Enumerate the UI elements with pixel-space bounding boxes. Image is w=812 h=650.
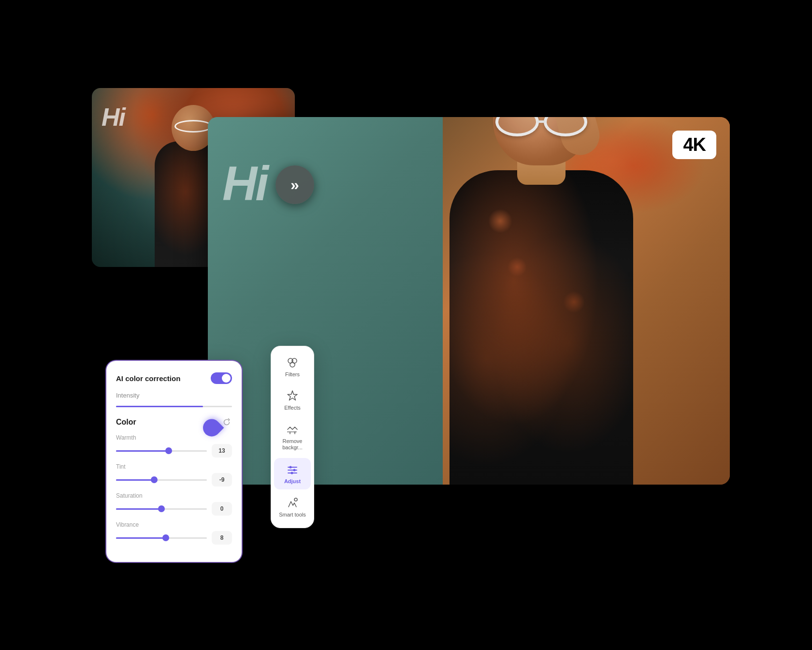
filters-icon — [286, 356, 299, 369]
toolbar-item-effects[interactable]: Effects — [274, 384, 311, 416]
vibrance-slider-row: Vibrance 8 — [116, 521, 232, 545]
after-sign-text: Hi — [222, 156, 267, 211]
tint-slider-fill — [116, 479, 154, 481]
smart-tools-label: Smart tools — [279, 512, 306, 518]
saturation-slider-track[interactable] — [116, 508, 207, 510]
svg-point-2 — [290, 362, 295, 367]
tint-slider-track[interactable] — [116, 479, 207, 481]
intensity-slider-track[interactable] — [116, 406, 232, 407]
saturation-slider-row: Saturation 0 — [116, 492, 232, 516]
svg-point-6 — [293, 469, 296, 471]
warmth-slider-thumb[interactable] — [165, 447, 172, 454]
vibrance-slider-thumb[interactable] — [162, 534, 169, 541]
vibrance-slider-track[interactable] — [116, 537, 207, 539]
svg-point-4 — [290, 466, 292, 468]
adjust-icon — [286, 463, 299, 476]
vibrance-slider-fill — [116, 537, 166, 539]
vibrance-value: 8 — [212, 531, 232, 545]
smart-tools-icon — [286, 496, 299, 510]
saturation-slider-with-value: 0 — [116, 502, 232, 516]
warmth-slider-with-value: 13 — [116, 444, 232, 458]
warmth-slider-track[interactable] — [116, 450, 207, 452]
intensity-label: Intensity — [116, 392, 232, 399]
tint-slider-thumb[interactable] — [151, 476, 158, 483]
toolbar-item-adjust[interactable]: Adjust — [274, 458, 311, 489]
vibrance-label: Vibrance — [116, 521, 232, 528]
svg-point-8 — [291, 472, 293, 474]
saturation-value: 0 — [212, 502, 232, 516]
color-correction-panel: AI color correction Intensity Color Warm… — [106, 361, 242, 562]
toolbar-item-filters[interactable]: Filters — [274, 351, 311, 383]
double-chevron-right-icon: » — [290, 176, 299, 194]
panel-title: AI color correction — [116, 374, 180, 383]
reset-icon[interactable] — [221, 417, 232, 428]
toolbar-item-remove-bg[interactable]: Remove backgr... — [274, 418, 311, 456]
saturation-slider-thumb[interactable] — [158, 505, 165, 512]
vibrance-slider-with-value: 8 — [116, 531, 232, 545]
tint-slider-row: Tint -9 — [116, 463, 232, 487]
intensity-slider-fill — [116, 406, 203, 407]
toolbar-item-smart-tools[interactable]: Smart tools — [274, 491, 311, 523]
panel-header: AI color correction — [116, 372, 232, 384]
filters-label: Filters — [285, 371, 300, 378]
intensity-slider-container — [116, 406, 232, 407]
saturation-label: Saturation — [116, 492, 232, 499]
ai-correction-toggle[interactable] — [211, 372, 232, 384]
warmth-value: 13 — [212, 444, 232, 458]
warmth-slider-fill — [116, 450, 169, 452]
before-after-arrow: » — [276, 165, 314, 204]
svg-point-9 — [294, 498, 297, 501]
effects-icon — [286, 389, 299, 403]
color-section-title: Color — [116, 418, 136, 427]
tint-value: -9 — [212, 473, 232, 487]
4k-badge: 4K — [672, 131, 716, 159]
before-sign-text: Hi — [102, 103, 125, 132]
adjust-label: Adjust — [284, 478, 301, 485]
toolbar-panel: Filters Effects Remove backgr... — [271, 346, 314, 528]
remove-bg-icon — [286, 423, 299, 436]
tint-label: Tint — [116, 463, 232, 470]
remove-bg-label: Remove backgr... — [278, 438, 307, 451]
warmth-slider-row: Warmth 13 — [116, 434, 232, 458]
scene: Hi » — [68, 59, 744, 591]
tint-slider-with-value: -9 — [116, 473, 232, 487]
toggle-knob — [222, 374, 231, 383]
saturation-slider-fill — [116, 508, 161, 510]
effects-label: Effects — [284, 405, 300, 411]
